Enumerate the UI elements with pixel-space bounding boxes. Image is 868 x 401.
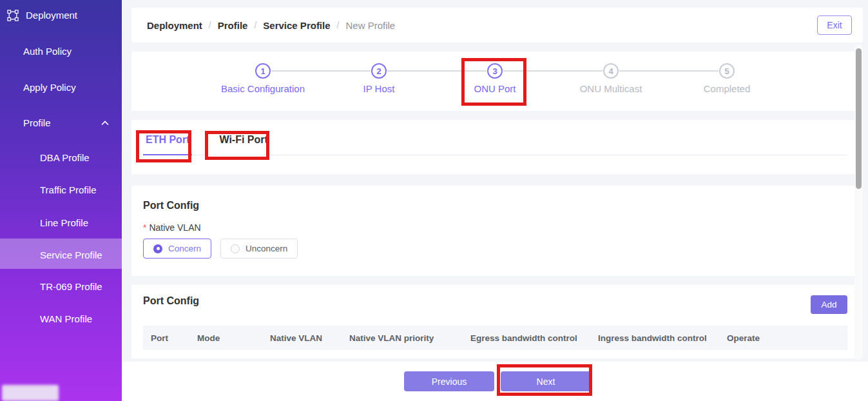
required-asterisk: *	[143, 222, 146, 233]
vertical-scrollbar-thumb[interactable]	[856, 48, 862, 189]
native-vlan-options: Concern Unconcern	[143, 239, 847, 259]
step-circle-5: 5	[719, 63, 735, 79]
vertical-scrollbar-track[interactable]	[854, 44, 863, 360]
sidebar-item-label: Deployment	[26, 10, 77, 21]
sidebar-item-label: Traffic Profile	[40, 184, 97, 195]
chevron-up-icon	[101, 121, 109, 126]
sidebar-item-traffic-profile[interactable]: Traffic Profile	[0, 179, 122, 201]
previous-button[interactable]: Previous	[404, 371, 494, 391]
sidebar-item-label: Auth Policy	[23, 46, 72, 57]
tabs-card: ETH Port Wi-Fi Port	[131, 120, 863, 174]
breadcrumb-card: Deployment / Profile / Service Profile /…	[131, 8, 863, 43]
radio-unselected-icon	[231, 244, 240, 253]
tab-bar: ETH Port Wi-Fi Port	[143, 134, 847, 155]
step-connector	[619, 70, 719, 72]
radio-option-unconcern[interactable]: Unconcern	[220, 239, 298, 259]
column-header-egress-bandwidth: Egress bandwidth control	[470, 333, 598, 343]
sidebar-item-label: DBA Profile	[40, 152, 90, 163]
sidebar-item-label: Line Profile	[40, 217, 88, 228]
footer-bar: Previous Next	[122, 362, 868, 401]
step-connector	[387, 70, 487, 72]
section-title: Port Config	[143, 200, 847, 211]
breadcrumb-item[interactable]: Service Profile	[263, 20, 330, 31]
radio-option-label: Unconcern	[246, 244, 287, 253]
sidebar-item-dba-profile[interactable]: DBA Profile	[0, 147, 122, 169]
radio-selected-icon	[153, 244, 162, 253]
sidebar-item-apply-policy[interactable]: Apply Policy	[0, 77, 122, 99]
tab-eth-port[interactable]: ETH Port	[143, 134, 192, 155]
exit-button[interactable]: Exit	[817, 15, 852, 35]
sidebar-item-label: Profile	[23, 117, 51, 128]
port-table-card: Port Config Add Port Mode Native VLAN Na…	[131, 285, 863, 358]
radio-option-concern[interactable]: Concern	[143, 239, 211, 259]
sidebar-item-label: Service Profile	[40, 249, 102, 260]
sidebar-item-wan-profile[interactable]: WAN Profile	[0, 308, 122, 330]
column-header-mode: Mode	[197, 333, 270, 343]
step-label-ip-host: IP Host	[321, 83, 437, 94]
step-circle-1: 1	[255, 63, 271, 79]
step-connector	[271, 70, 371, 72]
step-label-onu-multicast: ONU Multicast	[553, 83, 669, 94]
blurred-watermark	[2, 385, 59, 401]
column-header-port: Port	[151, 333, 197, 343]
field-label-text: Native VLAN	[149, 222, 200, 233]
add-button[interactable]: Add	[811, 295, 847, 314]
step-connector	[503, 70, 603, 72]
step-label-basic-configuration: Basic Configuration	[205, 83, 321, 94]
radio-option-label: Concern	[168, 244, 201, 253]
breadcrumb-item[interactable]: Profile	[218, 20, 248, 31]
column-header-native-vlan: Native VLAN	[270, 333, 349, 343]
breadcrumb-item-current: New Profile	[345, 20, 395, 31]
sidebar-item-line-profile[interactable]: Line Profile	[0, 212, 122, 234]
breadcrumb-separator: /	[202, 20, 218, 30]
step-circle-3: 3	[487, 63, 503, 79]
step-circle-2: 2	[371, 63, 387, 79]
column-header-native-vlan-priority: Native VLAN priority	[349, 333, 470, 343]
sidebar-item-label: WAN Profile	[40, 313, 92, 324]
tab-wifi-port[interactable]: Wi-Fi Port	[217, 134, 270, 155]
sidebar-item-label: Apply Policy	[23, 82, 76, 93]
breadcrumb-separator: /	[331, 20, 346, 30]
column-header-ingress-bandwidth: Ingress bandwidth control	[598, 333, 727, 343]
sidebar: Deployment Auth Policy Apply Policy Prof…	[0, 0, 122, 401]
section-title: Port Config	[143, 295, 847, 307]
sidebar-item-tr069-profile[interactable]: TR-069 Profile	[0, 276, 122, 298]
port-config-card: Port Config *Native VLAN Concern Unconce…	[131, 186, 863, 276]
sidebar-item-label: TR-069 Profile	[40, 281, 102, 292]
breadcrumb-item[interactable]: Deployment	[147, 20, 202, 31]
step-label-completed: Completed	[669, 83, 785, 94]
sidebar-item-auth-policy[interactable]: Auth Policy	[0, 41, 122, 63]
native-vlan-field-label: *Native VLAN	[143, 222, 847, 233]
next-button[interactable]: Next	[501, 371, 591, 391]
sidebar-item-profile[interactable]: Profile	[0, 112, 122, 134]
sidebar-item-deployment[interactable]: Deployment	[0, 5, 122, 26]
stepper-card: 1 2 3 4 5 Basic Configuration IP Host ON…	[131, 52, 863, 111]
step-label-onu-port: ONU Port	[437, 83, 553, 94]
breadcrumb-separator: /	[247, 20, 263, 30]
table-header-row: Port Mode Native VLAN Native VLAN priori…	[143, 326, 847, 350]
step-circle-4: 4	[603, 63, 619, 79]
column-header-operate: Operate	[727, 333, 847, 343]
sidebar-item-service-profile[interactable]: Service Profile	[0, 244, 122, 266]
deployment-transform-icon	[7, 10, 19, 21]
